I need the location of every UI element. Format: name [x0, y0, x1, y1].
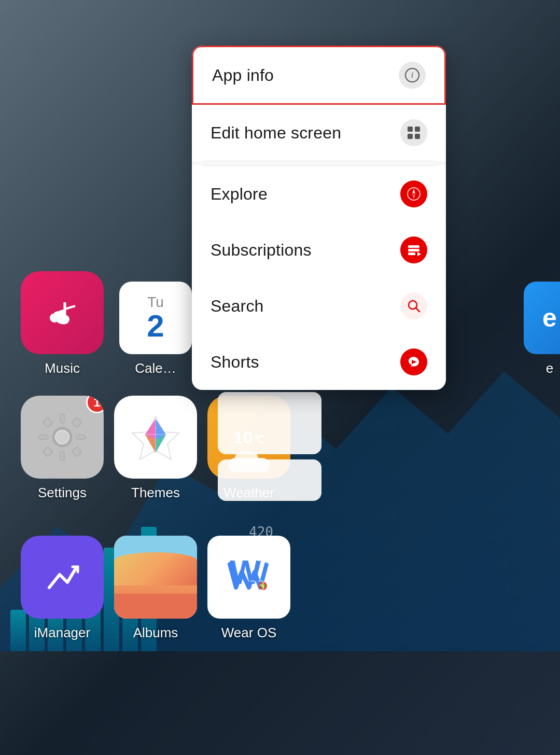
menu-item-edit-home-screen[interactable]: Edit home screen: [192, 105, 446, 161]
svg-rect-22: [60, 451, 64, 460]
numbers-overlay: 420 245 335: [249, 519, 273, 599]
svg-marker-7: [412, 189, 415, 194]
app-label-albums: Albums: [133, 625, 178, 641]
svg-rect-2: [408, 127, 413, 132]
svg-rect-23: [39, 435, 48, 439]
app-label-imanager: iManager: [34, 625, 90, 641]
svg-rect-26: [72, 417, 82, 428]
app-icon-albums[interactable]: Albums: [114, 536, 197, 641]
menu-item-search[interactable]: Search: [192, 278, 446, 334]
menu-item-app-info[interactable]: App info i: [192, 46, 446, 105]
svg-rect-25: [43, 417, 53, 428]
menu-item-explore-label: Explore: [211, 185, 268, 204]
context-menu: App info i Edit home screen Explore: [192, 46, 446, 390]
shorts-icon: [400, 348, 427, 375]
compass-icon: [400, 180, 427, 207]
svg-rect-4: [408, 134, 413, 139]
app-icon-imanager[interactable]: iManager: [21, 536, 104, 641]
svg-rect-24: [76, 435, 86, 439]
menu-item-search-label: Search: [211, 297, 264, 316]
menu-item-shorts[interactable]: Shorts: [192, 334, 446, 390]
app-label-music: Music: [45, 360, 80, 376]
app-icon-themes[interactable]: Themes: [114, 396, 197, 501]
subscriptions-icon: [400, 236, 427, 263]
app-label-wearos: Wear OS: [221, 625, 276, 641]
svg-rect-10: [408, 249, 419, 251]
widget-white-boxes: [218, 392, 321, 501]
svg-marker-12: [417, 252, 421, 256]
menu-item-subscriptions[interactable]: Subscriptions: [192, 222, 446, 278]
menu-item-shorts-label: Shorts: [211, 353, 259, 372]
svg-point-16: [50, 313, 59, 323]
svg-rect-3: [415, 127, 420, 132]
app-icon-calendar[interactable]: Tu 2 Cale…: [114, 282, 197, 376]
app-icon-partial-e: e e: [524, 282, 560, 376]
info-icon: i: [399, 62, 426, 89]
search-icon: [400, 292, 427, 319]
grid-icon: [400, 119, 427, 146]
svg-text:i: i: [411, 71, 413, 79]
app-label-calendar: Cale…: [135, 360, 176, 376]
svg-rect-27: [43, 446, 53, 457]
menu-item-explore[interactable]: Explore: [192, 166, 446, 222]
menu-item-subscriptions-label: Subscriptions: [211, 241, 312, 260]
svg-point-30: [56, 431, 68, 443]
badge-settings: 1: [86, 396, 104, 413]
app-label-settings: Settings: [38, 485, 87, 501]
section-gap: [192, 161, 446, 165]
svg-rect-9: [408, 245, 419, 248]
svg-rect-28: [72, 446, 82, 457]
app-icon-music[interactable]: Music: [21, 271, 104, 376]
svg-line-14: [416, 308, 419, 312]
svg-marker-8: [412, 194, 415, 199]
app-icon-settings[interactable]: 1 Settings: [21, 396, 104, 501]
svg-line-18: [65, 306, 75, 309]
svg-rect-11: [408, 253, 415, 255]
svg-rect-21: [60, 414, 64, 423]
svg-rect-5: [415, 134, 420, 139]
menu-item-edit-home-screen-label: Edit home screen: [211, 123, 341, 143]
menu-item-app-info-label: App info: [212, 66, 274, 85]
app-label-themes: Themes: [131, 485, 180, 501]
